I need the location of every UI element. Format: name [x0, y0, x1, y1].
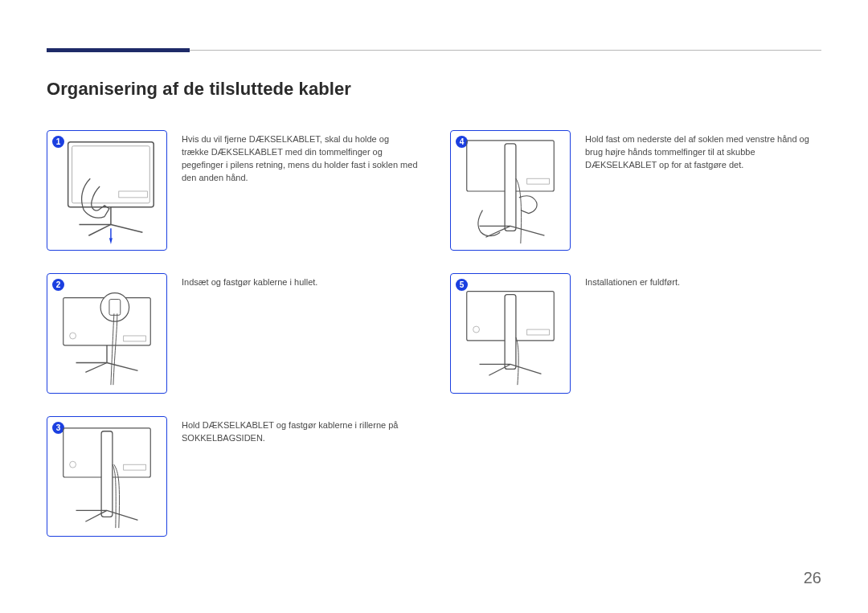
- step-text-4: Hold fast om nederste del af soklen med …: [585, 130, 821, 172]
- svg-point-11: [70, 333, 76, 339]
- figure-3: 3: [47, 416, 167, 537]
- step-text-5: Installationen er fuldført.: [585, 273, 821, 289]
- illustration-remove-cover: [47, 131, 166, 250]
- step-2: 2 Indsæt og fastgør kablerne i hullet.: [47, 273, 418, 394]
- step-text-3: Hold DÆKSELKABLET og fastgør kablerne i …: [182, 416, 418, 445]
- figure-2: 2: [47, 273, 167, 394]
- svg-rect-13: [101, 431, 113, 517]
- content-columns: 1 Hvis du vil fjerne DÆKSELKABLET, skal …: [47, 130, 821, 537]
- page-title: Organisering af de tilsluttede kabler: [47, 79, 351, 100]
- svg-rect-1: [72, 146, 150, 203]
- illustration-insert-cables: [47, 274, 166, 393]
- step-text-2: Indsæt og fastgør kablerne i hullet.: [182, 273, 418, 289]
- step-5: 5 Installationen er fuldført.: [450, 273, 821, 394]
- right-column: 4 Hold fast om nederste del af soklen me…: [450, 130, 821, 537]
- page-number: 26: [804, 569, 821, 587]
- svg-rect-18: [527, 178, 550, 184]
- svg-rect-21: [527, 329, 550, 335]
- figure-4: 4: [450, 130, 571, 251]
- svg-rect-20: [505, 295, 516, 370]
- svg-rect-10: [124, 336, 146, 341]
- svg-point-8: [100, 293, 129, 322]
- step-3: 3 Hold DÆKSELKABLET og fastgør kablerne …: [47, 416, 418, 537]
- svg-point-22: [473, 326, 480, 333]
- figure-1: 1: [47, 130, 167, 251]
- step-1: 1 Hvis du vil fjerne DÆKSELKABLET, skal …: [47, 130, 418, 251]
- svg-rect-17: [505, 144, 516, 231]
- svg-point-15: [70, 461, 76, 468]
- illustration-complete: [451, 274, 570, 393]
- illustration-hold-cover: [47, 417, 166, 536]
- step-text-1: Hvis du vil fjerne DÆKSELKABLET, skal du…: [182, 130, 418, 185]
- svg-rect-14: [124, 464, 146, 470]
- figure-5: 5: [450, 273, 571, 394]
- svg-rect-3: [119, 191, 148, 198]
- illustration-push-cover: [451, 131, 570, 250]
- svg-marker-4: [109, 238, 113, 244]
- step-4: 4 Hold fast om nederste del af soklen me…: [450, 130, 821, 251]
- header-accent: [47, 48, 190, 52]
- left-column: 1 Hvis du vil fjerne DÆKSELKABLET, skal …: [47, 130, 418, 537]
